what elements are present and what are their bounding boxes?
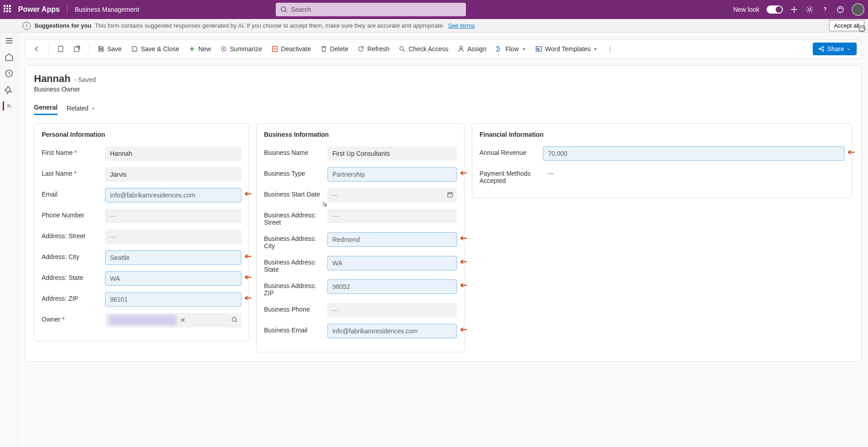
ai-suggestion-bar: i Suggestions for you This form contains… bbox=[0, 19, 868, 33]
global-search[interactable] bbox=[276, 3, 466, 16]
header-right: New look bbox=[733, 3, 864, 16]
new-look-toggle[interactable] bbox=[767, 5, 783, 14]
new-look-label: New look bbox=[733, 6, 759, 13]
see-terms-link[interactable]: See terms bbox=[448, 22, 475, 29]
svg-point-0 bbox=[281, 7, 286, 11]
search-input[interactable] bbox=[291, 6, 461, 13]
svg-line-1 bbox=[285, 11, 287, 12]
brand-label: Power Apps bbox=[18, 5, 60, 14]
search-icon bbox=[280, 6, 288, 13]
app-launcher-icon[interactable] bbox=[4, 5, 13, 14]
suggestion-title: Suggestions for you bbox=[34, 22, 91, 29]
suggestion-text: This form contains suggested responses g… bbox=[95, 22, 445, 29]
copilot-side-icon[interactable] bbox=[858, 24, 866, 33]
info-icon: i bbox=[23, 22, 31, 30]
svg-point-5 bbox=[837, 6, 844, 13]
app-header: Power Apps Business Management New look bbox=[0, 0, 868, 19]
svg-point-6 bbox=[859, 25, 865, 32]
app-name-label: Business Management bbox=[75, 6, 139, 13]
copilot-header-icon[interactable] bbox=[836, 5, 844, 14]
user-avatar[interactable] bbox=[852, 3, 864, 16]
add-icon[interactable] bbox=[790, 5, 798, 14]
help-icon[interactable] bbox=[821, 5, 829, 14]
header-divider bbox=[67, 5, 67, 14]
svg-point-4 bbox=[808, 8, 811, 11]
settings-icon[interactable] bbox=[806, 5, 814, 14]
